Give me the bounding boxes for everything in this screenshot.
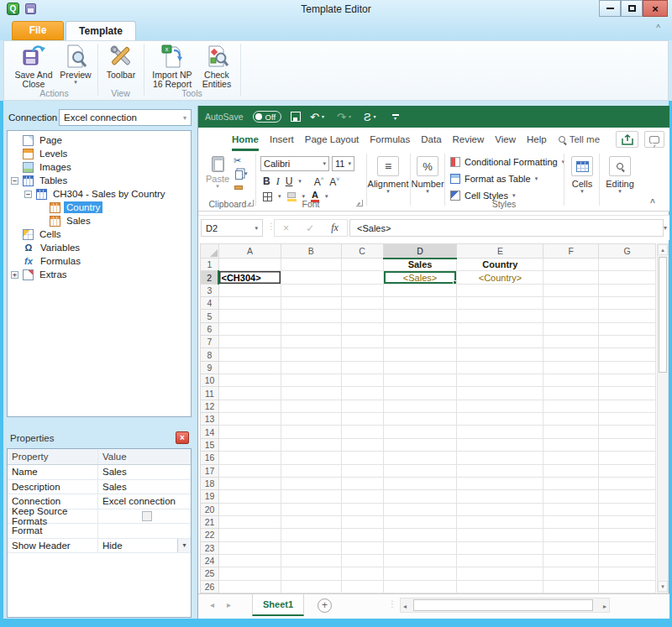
cell-D7[interactable] bbox=[383, 336, 457, 348]
tree-expander-icon[interactable]: − bbox=[11, 177, 18, 185]
cells-group-button[interactable]: Cells ▾ bbox=[570, 156, 595, 194]
cell-B14[interactable] bbox=[281, 426, 341, 438]
cell-G17[interactable] bbox=[599, 464, 656, 477]
cell-D1[interactable]: Sales bbox=[383, 259, 457, 271]
cell-B16[interactable] bbox=[281, 452, 341, 464]
cell-B8[interactable] bbox=[281, 348, 341, 361]
cell-C3[interactable] bbox=[341, 284, 383, 296]
cell-D5[interactable] bbox=[383, 310, 457, 322]
cell-G6[interactable] bbox=[599, 322, 656, 335]
ink-mode-button[interactable]: Ƨ▾ bbox=[364, 112, 380, 123]
cell-E21[interactable] bbox=[457, 515, 543, 528]
cell-B23[interactable] bbox=[281, 541, 341, 554]
tree-item-levels[interactable]: Levels bbox=[8, 147, 191, 160]
cell-B18[interactable] bbox=[281, 477, 341, 489]
cell-A26[interactable] bbox=[218, 580, 281, 593]
alignment-group-button[interactable]: ≡ Alignment ▾ bbox=[372, 156, 404, 194]
formula-input[interactable]: <Sales> bbox=[349, 219, 664, 237]
cell-D22[interactable] bbox=[383, 529, 457, 541]
column-header-F[interactable]: F bbox=[543, 244, 599, 259]
minimize-button[interactable] bbox=[599, 0, 621, 17]
share-button[interactable] bbox=[616, 131, 638, 148]
font-name-combo[interactable]: Calibri ▾ bbox=[260, 156, 329, 171]
check-entities-button[interactable]: Check Entities bbox=[197, 43, 237, 89]
expand-formula-bar-caret[interactable]: ▾ bbox=[664, 224, 667, 232]
cell-G12[interactable] bbox=[599, 400, 656, 412]
previous-sheet-button[interactable]: ◂ bbox=[210, 600, 214, 609]
cell-G8[interactable] bbox=[599, 348, 656, 361]
cell-F7[interactable] bbox=[543, 336, 599, 348]
fill-handle[interactable] bbox=[453, 280, 457, 285]
cell-D4[interactable] bbox=[383, 297, 457, 310]
cell-A14[interactable] bbox=[218, 426, 281, 438]
excel-tab-page-layout[interactable]: Page Layout bbox=[305, 128, 360, 151]
scroll-left-button[interactable]: ◂ bbox=[403, 603, 407, 610]
cell-E6[interactable] bbox=[457, 322, 543, 335]
cell-F24[interactable] bbox=[543, 554, 599, 567]
scroll-down-button[interactable]: ▾ bbox=[658, 581, 668, 592]
cell-A19[interactable] bbox=[218, 490, 281, 503]
cell-C6[interactable] bbox=[341, 322, 383, 335]
customize-quick-access-button[interactable]: ▾ bbox=[392, 114, 399, 120]
cell-E17[interactable] bbox=[457, 464, 543, 477]
cell-A7[interactable] bbox=[218, 336, 281, 348]
increase-font-button[interactable]: A^ bbox=[314, 175, 323, 187]
row-header-23[interactable]: 23 bbox=[201, 541, 219, 554]
tree-expander-icon[interactable]: − bbox=[24, 191, 32, 198]
row-header-24[interactable]: 24 bbox=[201, 554, 219, 567]
cell-E13[interactable] bbox=[457, 413, 543, 426]
format-painter-button[interactable] bbox=[234, 182, 248, 192]
cell-B17[interactable] bbox=[281, 464, 341, 477]
cell-B11[interactable] bbox=[281, 387, 341, 400]
row-header-14[interactable]: 14 bbox=[201, 426, 219, 438]
row-header-4[interactable]: 4 bbox=[201, 297, 219, 310]
redo-dropdown-caret[interactable]: ▾ bbox=[349, 113, 351, 119]
excel-tab-insert[interactable]: Insert bbox=[270, 128, 294, 151]
cell-E4[interactable] bbox=[457, 297, 543, 310]
cell-G19[interactable] bbox=[599, 490, 656, 503]
cell-F6[interactable] bbox=[543, 322, 599, 335]
editing-group-button[interactable]: Editing ▾ bbox=[603, 156, 637, 194]
cell-C11[interactable] bbox=[341, 387, 383, 400]
cell-D25[interactable] bbox=[383, 567, 457, 580]
cell-E24[interactable] bbox=[457, 554, 543, 567]
vertical-scrollbar-thumb[interactable] bbox=[659, 257, 667, 373]
cell-C22[interactable] bbox=[341, 529, 383, 541]
cell-D20[interactable] bbox=[383, 503, 457, 515]
cell-E1[interactable]: Country bbox=[457, 259, 543, 271]
cell-B7[interactable] bbox=[281, 336, 341, 348]
cell-D21[interactable] bbox=[383, 515, 457, 528]
row-header-5[interactable]: 5 bbox=[201, 310, 219, 322]
excel-tab-formulas[interactable]: Formulas bbox=[370, 128, 410, 151]
cell-E9[interactable] bbox=[457, 361, 543, 374]
excel-tab-view[interactable]: View bbox=[495, 128, 516, 151]
cell-D14[interactable] bbox=[383, 426, 457, 438]
underline-button[interactable]: U bbox=[286, 176, 293, 186]
keep-source-formats-checkbox[interactable] bbox=[142, 511, 152, 521]
cell-G11[interactable] bbox=[599, 387, 656, 400]
enter-icon[interactable]: ✓ bbox=[306, 222, 314, 234]
row-header-12[interactable]: 12 bbox=[201, 400, 219, 412]
cell-E14[interactable] bbox=[457, 426, 543, 438]
cell-D11[interactable] bbox=[383, 387, 457, 400]
cell-F17[interactable] bbox=[543, 464, 599, 477]
cell-F8[interactable] bbox=[543, 348, 599, 361]
cell-F11[interactable] bbox=[543, 387, 599, 400]
toolbar-button[interactable]: Toolbar bbox=[102, 43, 140, 80]
cell-G24[interactable] bbox=[599, 554, 656, 567]
cell-B12[interactable] bbox=[281, 400, 341, 412]
cell-G5[interactable] bbox=[599, 310, 656, 322]
cell-C10[interactable] bbox=[341, 374, 383, 387]
scroll-up-button[interactable]: ▴ bbox=[658, 244, 668, 255]
cell-A25[interactable] bbox=[218, 567, 281, 580]
row-header-22[interactable]: 22 bbox=[201, 529, 219, 541]
font-size-combo[interactable]: 11 ▾ bbox=[332, 156, 354, 171]
cell-A4[interactable] bbox=[218, 297, 281, 310]
column-header-C[interactable]: C bbox=[341, 244, 383, 259]
excel-tab-help[interactable]: Help bbox=[527, 128, 547, 151]
show-header-dropdown-button[interactable]: ▾ bbox=[177, 539, 191, 553]
cell-C26[interactable] bbox=[341, 580, 383, 593]
row-header-21[interactable]: 21 bbox=[201, 515, 219, 528]
cell-B24[interactable] bbox=[281, 554, 341, 567]
font-dialog-launcher[interactable] bbox=[356, 200, 363, 206]
